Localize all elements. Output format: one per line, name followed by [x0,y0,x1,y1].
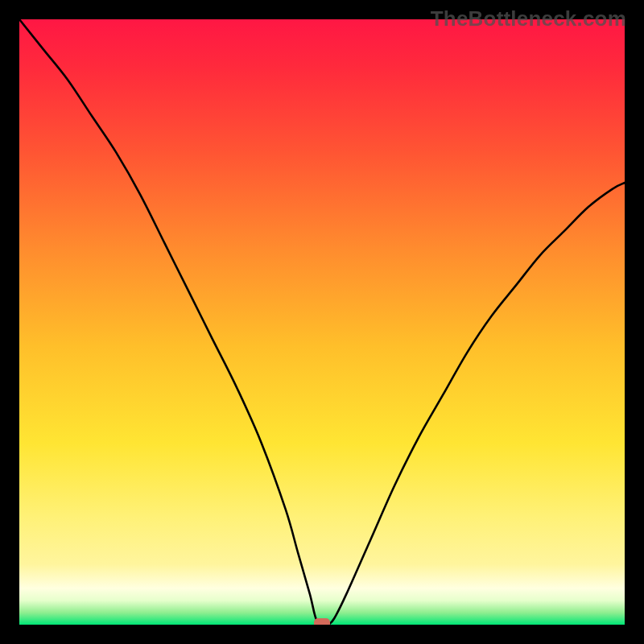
chart-frame: TheBottleneck.com [0,0,644,644]
chart-plot-area [19,19,625,625]
watermark-text: TheBottleneck.com [431,6,626,31]
optimum-marker [314,618,330,625]
bottleneck-curve [19,19,625,625]
chart-svg [19,19,625,625]
